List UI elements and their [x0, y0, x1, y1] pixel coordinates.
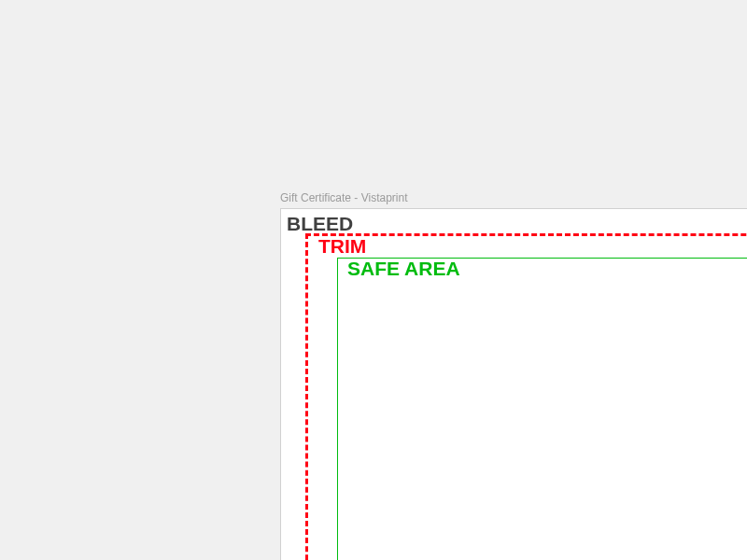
bleed-label: BLEED — [287, 214, 353, 233]
window-title: Gift Certificate - Vistaprint — [280, 191, 747, 204]
safe-area-guide — [337, 258, 747, 560]
safe-area-label: SAFE AREA — [347, 259, 460, 278]
trim-label: TRIM — [318, 236, 366, 256]
template-window: Gift Certificate - Vistaprint BLEED TRIM… — [280, 191, 747, 560]
template-canvas: BLEED TRIM SAFE AREA — [280, 208, 747, 560]
